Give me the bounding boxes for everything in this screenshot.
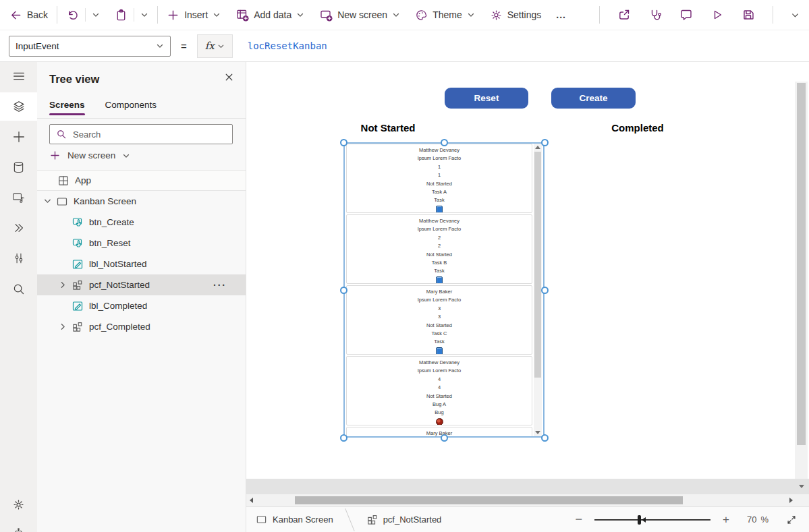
rail-search-icon[interactable]	[0, 274, 37, 303]
rail-settings-icon[interactable]	[0, 490, 37, 519]
fx-dropdown[interactable]: fx	[197, 34, 233, 58]
tree-item-btn_Create[interactable]: btn_Create	[37, 212, 246, 233]
breadcrumb-screen[interactable]: Kanban Screen	[246, 514, 333, 525]
kanban-control[interactable]: Matthew DevaneyIpsum Lorem Facto11Not St…	[345, 144, 534, 436]
zoom-slider-thumb-arrow	[642, 517, 646, 523]
comments-button[interactable]	[679, 8, 693, 22]
tree-item-Kanban Screen[interactable]: Kanban Screen	[37, 191, 246, 212]
canvas-vertical-scrollbar[interactable]	[795, 82, 808, 479]
preview-play-button[interactable]	[710, 8, 724, 22]
card-num1: 3	[347, 305, 532, 313]
zoom-slider[interactable]	[594, 514, 710, 525]
rail-advanced-tools-icon[interactable]	[0, 244, 37, 272]
vertical-scrollbar-thumb[interactable]	[797, 83, 806, 445]
tree-item-label: lbl_NotStarted	[89, 259, 147, 269]
formula-text: locResetKanban	[248, 40, 327, 51]
button-icon	[71, 237, 84, 249]
canvas-create-button[interactable]: Create	[551, 88, 636, 109]
insert-button[interactable]: Insert	[167, 9, 221, 22]
rail-data-icon[interactable]	[0, 153, 37, 181]
save-button[interactable]	[742, 8, 755, 22]
publish-chevron-icon[interactable]	[791, 11, 800, 20]
scroll-up-icon[interactable]	[535, 146, 540, 149]
horizontal-scrollbar-thumb[interactable]	[295, 496, 683, 504]
undo-icon	[66, 9, 79, 22]
rail-insert-icon[interactable]	[0, 123, 37, 151]
search-input[interactable]: Search	[49, 124, 233, 144]
zoom-in-button[interactable]: +	[723, 513, 729, 527]
selection-handle-n[interactable]	[441, 139, 448, 146]
chevron-right-icon[interactable]	[57, 322, 68, 331]
rail-menu-icon[interactable]	[0, 62, 37, 90]
canvas-horizontal-scrollbar[interactable]	[246, 494, 809, 506]
card-subtitle: Ipsum Lorem Facto	[347, 296, 532, 304]
scroll-down-button[interactable]	[795, 479, 808, 494]
tree-item-pcf_NotStarted[interactable]: pcf_NotStarted···	[37, 274, 246, 295]
more-commands-button[interactable]: ...	[556, 9, 566, 20]
selection-handle-nw[interactable]	[340, 139, 347, 146]
app-checker-icon[interactable]	[648, 8, 662, 22]
selection-handle-e[interactable]	[541, 287, 549, 294]
scroll-right-icon[interactable]	[789, 498, 793, 503]
zoom-slider-thumb[interactable]	[638, 515, 641, 525]
share-button[interactable]	[617, 8, 631, 22]
zoom-unit: %	[760, 514, 769, 525]
card-subtitle: Ipsum Lorem Facto	[347, 367, 532, 375]
new-screen-tree-button[interactable]: New screen	[49, 150, 130, 161]
property-selector[interactable]: InputEvent	[9, 36, 171, 57]
undo-button[interactable]	[66, 9, 79, 22]
new-screen-tree-chevron-icon	[122, 152, 130, 160]
new-screen-button[interactable]: New screen	[319, 8, 400, 22]
canvas-reset-button[interactable]: Reset	[445, 88, 528, 109]
selection-handle-ne[interactable]	[541, 139, 549, 146]
tree-view-title: Tree view	[49, 73, 99, 86]
zoom-out-button[interactable]: −	[576, 512, 583, 527]
tab-screens[interactable]: Screens	[49, 100, 85, 115]
add-data-button[interactable]: Add data	[235, 8, 304, 22]
chevron-right-icon[interactable]	[57, 280, 68, 289]
formula-input[interactable]: locResetKanban	[233, 30, 809, 61]
selection-handle-se[interactable]	[541, 434, 549, 442]
kanban-card[interactable]: Matthew DevaneyIpsum Lorem Facto11Not St…	[346, 144, 532, 213]
tree-item-pcf_Completed[interactable]: pcf_Completed	[37, 316, 246, 337]
scroll-down-icon[interactable]	[535, 431, 540, 434]
close-icon[interactable]	[223, 71, 235, 83]
bug-icon	[436, 418, 443, 425]
back-button[interactable]: Back	[9, 9, 48, 22]
theme-palette-icon	[415, 9, 428, 22]
kanban-scrollbar-thumb[interactable]	[534, 152, 541, 378]
selection-handle-sw[interactable]	[340, 434, 347, 442]
kanban-card[interactable]: Matthew DevaneyIpsum Lorem Facto22Not St…	[346, 214, 532, 284]
tree-item-label: pcf_NotStarted	[89, 280, 150, 290]
kanban-card[interactable]: Mary BakerIpsum Lorem Facto33Not Started…	[346, 285, 532, 355]
canvas-margin	[246, 479, 809, 494]
rail-power-automate-icon[interactable]	[0, 214, 37, 242]
breadcrumb-control[interactable]: pcf_NotStarted	[366, 514, 442, 525]
plus-icon	[49, 150, 61, 161]
paste-menu-chevron-icon[interactable]	[140, 11, 148, 19]
button-icon	[71, 216, 84, 229]
theme-button[interactable]: Theme	[415, 9, 475, 22]
rail-media-icon[interactable]	[0, 183, 37, 212]
more-options-icon[interactable]: ···	[213, 280, 227, 291]
scroll-left-icon[interactable]	[250, 498, 253, 503]
undo-menu-chevron-icon[interactable]	[92, 11, 100, 19]
zoom-controls: − + 70 %	[576, 512, 809, 527]
selection-handle-s[interactable]	[441, 434, 448, 442]
rail-tree-view-icon[interactable]	[0, 92, 37, 121]
kanban-card[interactable]: Matthew DevaneyIpsum Lorem Facto44Not St…	[346, 356, 532, 425]
tree-item-lbl_NotStarted[interactable]: lbl_NotStarted	[37, 254, 246, 274]
fit-to-screen-icon[interactable]	[786, 514, 797, 525]
tree-item-btn_Reset[interactable]: btn_Reset	[37, 233, 246, 254]
tab-components[interactable]: Components	[105, 100, 157, 115]
settings-button[interactable]: Settings	[490, 9, 542, 22]
paste-button[interactable]	[115, 9, 128, 22]
tree-item-lbl_Completed[interactable]: lbl_Completed	[37, 295, 246, 316]
new-screen-chevron-icon	[392, 11, 400, 19]
chevron-down-icon[interactable]	[42, 197, 53, 206]
tree-item-App[interactable]: App	[37, 170, 246, 191]
add-data-icon	[235, 8, 249, 22]
kanban-card[interactable]: Mary Baker	[346, 427, 532, 436]
rail-ai-assistant-icon[interactable]	[0, 519, 37, 532]
selection-handle-w[interactable]	[340, 287, 347, 294]
